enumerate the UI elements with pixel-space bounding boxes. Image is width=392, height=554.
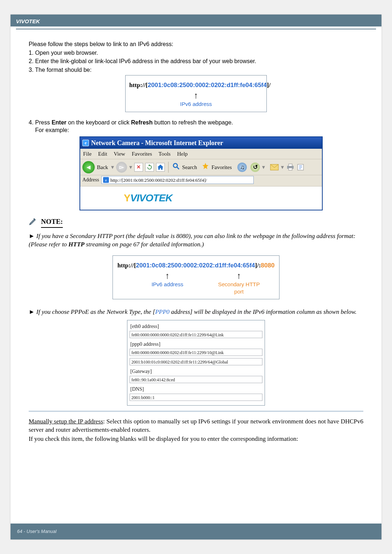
svg-rect-4 [289, 164, 292, 166]
ie-menubar: File Edit View Favorites Tools Help [80, 149, 322, 159]
svg-line-1 [177, 167, 179, 169]
back-label: Back [97, 164, 108, 171]
menu-edit[interactable]: Edit [98, 150, 107, 157]
arrow-row-2: ↑ IPv6 address ↑ Secondary HTTP port [124, 271, 268, 296]
ie-page-body: Y VIVOTEK [80, 186, 322, 210]
logo-text: VIVOTEK [130, 191, 172, 205]
menu-tools[interactable]: Tools [159, 150, 171, 157]
media-button-icon[interactable]: ♫ [237, 163, 247, 172]
ipv6-info-panel: [eth0 address] fe80:0000:0000:0000:0202:… [127, 320, 265, 406]
forward-button-icon[interactable]: ▻ [116, 162, 127, 173]
note-body-1: ► If you have a Secondary HTTP port (the… [29, 232, 363, 249]
page-icon: e [103, 177, 109, 183]
step-2: 2. Enter the link-global or link-local I… [29, 57, 363, 65]
search-icon[interactable] [172, 162, 180, 172]
note-title: NOTE: [41, 217, 63, 228]
ie-screenshot: e Network Camera - Microsoft Internet Ex… [79, 136, 323, 211]
mail-button-icon[interactable] [270, 164, 279, 171]
address-input[interactable]: e http://[2001:0c08:2500:0002:0202:d1ff:… [101, 176, 254, 184]
ppp0-word: PPP0 [155, 308, 170, 315]
http-port-label: Secondary HTTP port [213, 281, 265, 296]
page-header: VIVOTEK [11, 15, 381, 26]
intro-lead: Please follow the steps below to link to… [29, 40, 363, 48]
up-arrow-icon: ↑ [213, 271, 265, 280]
note-heading-row: NOTE: [29, 217, 363, 228]
menu-file[interactable]: File [83, 150, 91, 157]
home-button-icon[interactable] [156, 163, 165, 172]
pencil-icon [29, 217, 37, 228]
menu-favorites[interactable]: Favorites [132, 150, 152, 157]
step-1: 1. Open your web browser. [29, 49, 363, 57]
gateway-header: [Gateway] [127, 368, 265, 375]
ipv6-address: 2001:0c08:2500:0002:0202:d1ff:fe04:65f4 [148, 82, 267, 89]
edit-button-icon[interactable] [297, 164, 306, 171]
refresh-button-icon[interactable] [145, 163, 154, 172]
step4-mid2: button to refresh the webpage. [153, 119, 233, 126]
ie-titlebar: e Network Camera - Microsoft Internet Ex… [80, 137, 322, 149]
for-example: For example: [29, 126, 363, 134]
menu-help[interactable]: Help [177, 150, 188, 157]
url-suffix: / [269, 82, 271, 89]
note-post: streaming on page 67 for detailed inform… [85, 241, 204, 248]
ipv6-port-url-line: http://[2001:0c08:2500:0002:0202:d1ff:fe… [117, 262, 275, 270]
ipv6-address-label-2: IPv6 address [127, 281, 208, 288]
address-label: Address [82, 177, 99, 184]
step-3: 3. The format should be: [29, 66, 363, 74]
svg-rect-5 [289, 168, 292, 170]
ipv6-address-2: 2001:0c08:2500:0002:0202:d1ff:fe04:65f4 [136, 262, 255, 269]
eth0-value: fe80:0000:0000:0000:0202:d1ff:fe11:2299/… [130, 331, 262, 338]
dns-value: 2001:b000::1 [130, 394, 262, 401]
brand-label: VIVOTEK [16, 18, 40, 24]
ie-app-icon: e [82, 140, 89, 146]
history-button-icon[interactable]: ↺ [250, 163, 260, 172]
section-divider [29, 411, 363, 412]
stop-button-icon[interactable]: ✕ [134, 163, 143, 172]
toolbar-separator [168, 162, 169, 173]
ppp0-value-2: 2001:b100:01c0:0002:0202:d1ff:fe11:2299/… [130, 358, 262, 365]
manual-para-1: Manually setup the IP address: Select th… [29, 418, 363, 434]
refresh-word: Refresh [131, 119, 153, 126]
search-label: Search [182, 164, 197, 171]
footer-text: 64 - User's Manual [17, 529, 57, 534]
vivotek-logo: Y VIVOTEK [124, 191, 172, 205]
instruction-steps: Please follow the steps below to link to… [29, 40, 363, 74]
document-page: VIVOTEK Please follow the steps below to… [11, 15, 381, 539]
gateway-value: fe80::90:1a00:4142:8ced [130, 376, 262, 383]
arrow-row: ↑ IPv6 address [129, 91, 263, 108]
page-footer: 64 - User's Manual [11, 524, 381, 539]
ipv6-format-box: http://[2001:0c08:2500:0002:0202:d1ff:fe… [125, 75, 267, 112]
svg-point-0 [173, 164, 177, 168]
logo-y-icon: Y [124, 191, 130, 205]
url-prefix: http:// [129, 82, 146, 89]
ppp0-header: [ppp0 address] [127, 340, 265, 348]
http-word: HTTP [68, 241, 84, 248]
url2-sep: /: [257, 262, 261, 269]
http-port: 8080 [261, 262, 275, 269]
enter-word: Enter [52, 119, 66, 126]
step-4: 4. Press Enter on the keyboard or click … [29, 119, 363, 134]
menu-view[interactable]: View [114, 150, 125, 157]
ie-address-bar: Address e http://[2001:0c08:2500:0002:02… [80, 175, 322, 186]
ie-toolbar: ◄ Back ▾ ▻ ▾ ✕ Search [80, 159, 322, 175]
ppp0-value-1: fe80:0000:0000:0000:0202:d1ff:fe11:2299/… [130, 349, 262, 356]
address-value: http://[2001:0c08:2500:0002:0202:d1ff:fe… [110, 177, 207, 184]
up-arrow-icon: ↑ [127, 271, 208, 280]
dns-header: [DNS] [127, 385, 265, 393]
manual-heading: Manually setup the IP address [29, 418, 103, 425]
ipv6-url-line: http://[2001:0c08:2500:0002:0202:d1ff:fe… [129, 81, 263, 90]
favorites-label: Favorites [212, 164, 232, 171]
ppp-pre: ► If you choose PPPoE as the Network Typ… [29, 308, 155, 315]
manual-para-2: If you check this item, the following bl… [29, 435, 363, 443]
step4-mid1: on the keyboard or click [66, 119, 131, 126]
eth0-header: [eth0 address] [127, 323, 265, 330]
up-arrow-icon: ↑ [180, 91, 212, 100]
pppoe-note: ► If you choose PPPoE as the Network Typ… [29, 308, 363, 316]
step4-pre: 4. Press [29, 119, 52, 126]
favorites-icon[interactable] [201, 162, 209, 172]
ie-window-title: Network Camera - Microsoft Internet Expl… [91, 139, 223, 147]
page-content: Please follow the steps below to link to… [11, 29, 381, 443]
ppp-post: address] will be displayed in the IPv6 i… [170, 308, 356, 315]
print-button-icon[interactable] [286, 164, 295, 171]
ipv6-address-label: IPv6 address [180, 100, 212, 108]
back-button-icon[interactable]: ◄ [82, 161, 95, 173]
